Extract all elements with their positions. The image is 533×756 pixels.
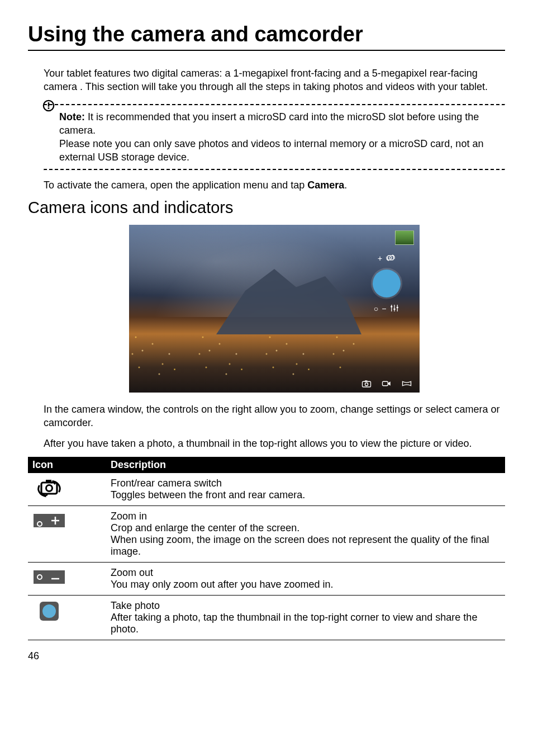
camera-switch-icon[interactable] xyxy=(386,253,396,264)
icon-description-table: Icon Description Front/rear camera switc… xyxy=(28,457,505,640)
camera-window-paragraph: In the camera window, the controls on th… xyxy=(44,403,505,430)
svg-point-26 xyxy=(42,604,56,618)
zoom-in-button[interactable]: + xyxy=(378,253,396,264)
minus-icon: − xyxy=(382,305,386,313)
svg-rect-13 xyxy=(365,380,368,381)
circle-icon: ○ xyxy=(374,305,378,313)
intro-paragraph: Your tablet features two digital cameras… xyxy=(44,67,505,94)
note-line2: Please note you can only save photos and… xyxy=(59,137,505,164)
row-desc: You may only zoom out after you have zoo… xyxy=(111,579,334,590)
table-row: Take photo After taking a photo, tap the… xyxy=(28,595,505,640)
table-row: Zoom out You may only zoom out after you… xyxy=(28,562,505,595)
svg-rect-10 xyxy=(397,307,398,308)
video-mode-icon[interactable] xyxy=(382,379,392,388)
row-title: Take photo xyxy=(111,600,501,612)
page-number: 46 xyxy=(28,650,505,662)
activate-prefix: To activate the camera, open the applica… xyxy=(44,179,307,191)
svg-point-12 xyxy=(365,383,368,386)
svg-rect-22 xyxy=(34,570,65,584)
row-desc: After taking a photo, tap the thumbnail … xyxy=(111,612,477,635)
svg-rect-8 xyxy=(391,306,393,307)
zoom-out-icon xyxy=(32,567,66,589)
panorama-mode-icon[interactable] xyxy=(402,379,412,388)
table-row: Front/rear camera switch Toggles between… xyxy=(28,473,505,506)
activate-paragraph: To activate the camera, open the applica… xyxy=(44,178,505,192)
row-title: Front/rear camera switch xyxy=(111,478,501,489)
row-title: Zoom out xyxy=(111,567,501,579)
settings-sliders-icon[interactable] xyxy=(389,303,399,314)
row-desc: Crop and enlarge the center of the scree… xyxy=(111,522,489,557)
last-photo-thumbnail[interactable] xyxy=(395,230,414,245)
svg-rect-14 xyxy=(383,381,388,386)
note-label: Note: xyxy=(59,111,85,122)
svg-point-2 xyxy=(48,107,50,109)
exclamation-icon xyxy=(42,100,55,112)
svg-rect-17 xyxy=(46,480,51,483)
camera-mode-icon[interactable] xyxy=(361,379,372,388)
activate-bold: Camera xyxy=(307,179,344,191)
svg-point-16 xyxy=(46,485,53,491)
activate-suffix: . xyxy=(344,179,347,191)
table-header-description: Description xyxy=(106,457,505,473)
camera-switch-icon xyxy=(32,478,66,500)
plus-icon: + xyxy=(378,254,382,262)
take-photo-icon xyxy=(32,600,66,622)
after-photo-paragraph: After you have taken a photo, a thumbnai… xyxy=(44,437,505,450)
note-box: Note: It is recommended that you insert … xyxy=(44,104,505,171)
shutter-button[interactable] xyxy=(373,270,401,297)
zoom-in-icon xyxy=(32,511,66,533)
note-line1: It is recommended that you insert a micr… xyxy=(59,111,479,136)
row-title: Zoom in xyxy=(111,511,501,522)
table-header-icon: Icon xyxy=(28,457,106,473)
table-row: Zoom in Crop and enlarge the center of t… xyxy=(28,505,505,562)
page-title: Using the camera and camcorder xyxy=(28,22,505,51)
camera-screenshot: + ○ − xyxy=(44,225,505,395)
svg-point-4 xyxy=(389,257,392,259)
svg-rect-3 xyxy=(388,256,394,260)
section-title: Camera icons and indicators xyxy=(28,199,505,217)
svg-rect-1 xyxy=(48,102,50,107)
dashed-divider xyxy=(44,169,505,171)
zoom-out-button[interactable]: ○ − xyxy=(374,303,400,314)
svg-rect-11 xyxy=(363,381,371,387)
svg-rect-9 xyxy=(394,309,396,310)
row-desc: Toggles between the front and rear camer… xyxy=(111,489,305,500)
